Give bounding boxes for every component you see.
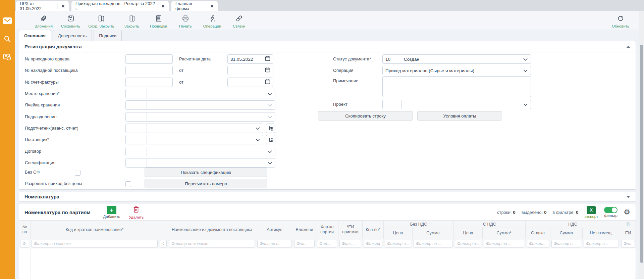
tab-podpisi[interactable]: Подписи: [94, 30, 122, 41]
calendar-icon[interactable]: [265, 67, 270, 74]
filter-toggle[interactable]: фильтр: [604, 207, 618, 218]
date-input[interactable]: [227, 78, 273, 87]
delete-row-button[interactable]: Удалить: [129, 205, 144, 219]
tree-select-button[interactable]: [266, 124, 275, 133]
vertical-scrollbar[interactable]: [639, 11, 644, 279]
column-filter-input[interactable]: [527, 240, 549, 248]
export-excel-button[interactable]: X экспорт: [584, 206, 598, 219]
collapse-down-icon[interactable]: [626, 196, 630, 198]
scrollbar-thumb[interactable]: [640, 45, 643, 263]
nomenclature-section-header[interactable]: Номенклатура: [19, 192, 636, 202]
grid-header: № ппКод и краткое наименование*Наименова…: [19, 220, 636, 249]
report-clock-icon[interactable]: [3, 52, 12, 62]
combo-code[interactable]: [126, 112, 147, 121]
date-input[interactable]: [227, 66, 273, 75]
toggle-on-icon[interactable]: [604, 207, 618, 213]
toolbar-button-door-save[interactable]: Сохр. Закрыть: [88, 13, 114, 28]
close-icon[interactable]: ×: [61, 3, 65, 9]
column-header[interactable]: Вложени: [293, 221, 316, 239]
combo-code[interactable]: [126, 158, 147, 167]
column-header[interactable]: № пп: [19, 221, 31, 239]
tab-osnovnaya[interactable]: Основная: [19, 30, 51, 41]
text-input[interactable]: [125, 66, 173, 75]
column-header[interactable]: Наименование из документа поставщика: [168, 221, 256, 239]
column-header[interactable]: [159, 221, 168, 239]
toolbar-button-paperclip[interactable]: Вложения: [34, 13, 53, 28]
search-icon[interactable]: [3, 34, 12, 44]
refresh-button[interactable]: Обновить: [611, 13, 630, 28]
toolbar-button-door[interactable]: Закрыть: [122, 13, 141, 28]
column-header[interactable]: *ЕИ приемки: [338, 221, 363, 239]
toolbar-button-save[interactable]: Сохранить: [61, 13, 80, 28]
note-textarea[interactable]: [382, 76, 531, 97]
copy-row-button[interactable]: Скопировать строку: [318, 111, 413, 121]
column-filter-input[interactable]: [484, 240, 524, 248]
close-icon[interactable]: ×: [210, 3, 214, 9]
tab-doverennost[interactable]: Доверенность: [53, 30, 92, 41]
column-header[interactable]: Хар-ка партии: [316, 221, 338, 239]
combo-code[interactable]: [126, 147, 147, 156]
status-code[interactable]: 10: [383, 55, 401, 63]
combo-field[interactable]: [125, 89, 275, 98]
column-filter-input[interactable]: [455, 240, 481, 248]
toolbar-button-calculator[interactable]: Проводки: [149, 13, 168, 28]
chevron-down-icon: [523, 56, 528, 62]
no-invoice-checkbox[interactable]: [75, 170, 80, 176]
close-icon[interactable]: ×: [161, 3, 165, 9]
column-filter-input[interactable]: [32, 240, 158, 248]
calendar-icon[interactable]: [265, 56, 270, 62]
combo-code[interactable]: [126, 89, 147, 98]
column-filter-input[interactable]: [551, 240, 581, 248]
text-input[interactable]: [125, 78, 173, 87]
column-header[interactable]: Код и краткое наименование*: [31, 221, 159, 239]
gear-icon[interactable]: ⚙: [624, 208, 630, 216]
column-filter-input[interactable]: [20, 240, 29, 248]
toolbar-button-link[interactable]: Связки: [230, 13, 249, 28]
project-code[interactable]: [383, 100, 401, 109]
refresh-label: Обновить: [612, 24, 629, 28]
text-input[interactable]: [125, 54, 173, 64]
toolbar-button-printer[interactable]: Печать: [176, 13, 195, 28]
add-row-button[interactable]: + Добавить: [103, 206, 120, 219]
combo-field[interactable]: [125, 147, 275, 156]
combo-code[interactable]: [126, 124, 147, 133]
combo-field[interactable]: [125, 158, 275, 168]
mail-icon[interactable]: [3, 16, 12, 26]
column-filter-input[interactable]: [584, 240, 619, 248]
combo-field[interactable]: [125, 124, 263, 133]
column-header[interactable]: Кол-во*: [363, 221, 384, 239]
grid-body-empty[interactable]: [19, 248, 636, 279]
column-filter-input[interactable]: [294, 240, 315, 248]
column-header[interactable]: Артикул: [256, 221, 293, 239]
combo-code[interactable]: [126, 101, 147, 109]
payment-terms-button[interactable]: Условия оплаты: [417, 111, 502, 121]
operations-button[interactable]: Операции: [203, 13, 222, 28]
combo-field[interactable]: [125, 135, 263, 144]
column-filter-input[interactable]: [160, 240, 167, 248]
combo-field[interactable]: [125, 112, 275, 122]
combo-code[interactable]: [126, 135, 147, 144]
status-combo[interactable]: 10 Создан: [382, 54, 531, 64]
combo-field[interactable]: [125, 100, 275, 110]
column-filter-input[interactable]: [257, 240, 292, 248]
tab-document[interactable]: ПРХ от 31.05.2022 ×: [16, 1, 69, 11]
column-filter-input[interactable]: [414, 240, 452, 248]
project-combo[interactable]: [382, 100, 531, 109]
tree-select-button[interactable]: [266, 135, 275, 144]
no-price-checkbox[interactable]: [125, 181, 131, 187]
recalc-numbers-button[interactable]: Пересчитать номера: [145, 179, 267, 188]
column-filter-input[interactable]: [364, 240, 382, 248]
show-spec-button[interactable]: Показать спецификацию: [145, 168, 267, 177]
date-input[interactable]: 31.05.2022: [227, 54, 273, 64]
column-filter-input[interactable]: [385, 240, 411, 248]
column-filter-input[interactable]: [339, 240, 361, 248]
tab-registry[interactable]: Приходная накладная - Реестр за 2022 г. …: [71, 1, 169, 11]
field-label: Подотчетник(аванс. отчет): [25, 124, 78, 133]
calendar-icon[interactable]: [265, 79, 270, 86]
collapse-up-icon[interactable]: [626, 46, 630, 48]
tab-main-form[interactable]: Главная форма ×: [171, 1, 218, 11]
column-filter-input[interactable]: [317, 240, 337, 248]
operation-combo[interactable]: Приход материалов (Сырье и материалы): [382, 66, 531, 75]
column-filter-input[interactable]: [169, 240, 255, 248]
column-filter-input[interactable]: [621, 240, 635, 248]
